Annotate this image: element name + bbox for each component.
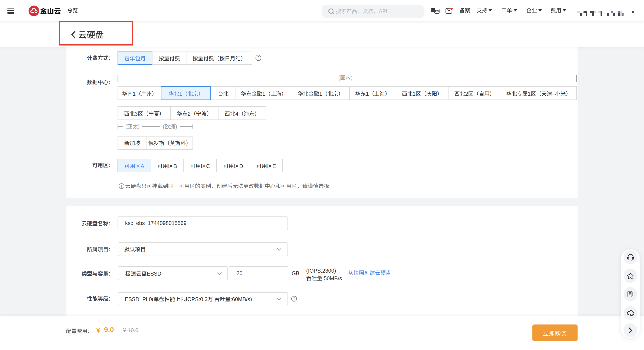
svg-text:中: 中 [431,8,434,12]
svg-text:EN: EN [435,10,438,13]
